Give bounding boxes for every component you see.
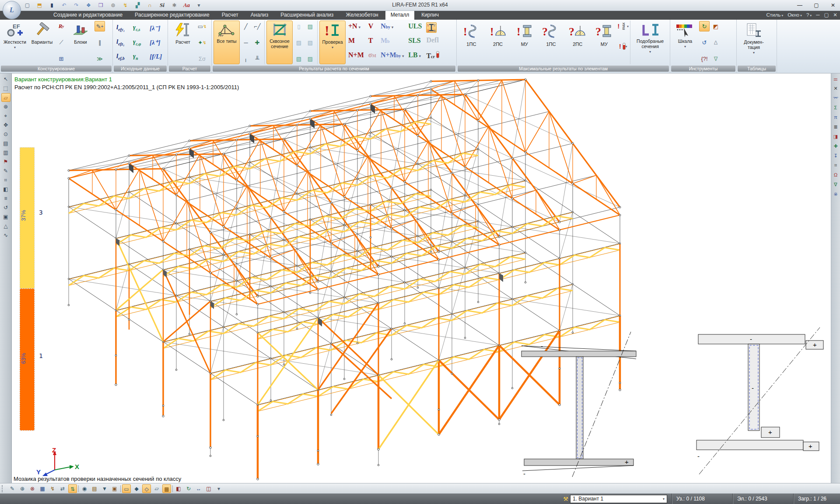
gear-edit-icon[interactable]: ✎ (8, 484, 17, 493)
pan-icon[interactable]: ✥ (1, 121, 10, 129)
add-node-icon[interactable]: ⊕ (1, 102, 10, 111)
query-uls-diagram-button[interactable]: ? 1ПС (538, 21, 564, 64)
effective-length-y-button[interactable]: lefy₁ (115, 24, 131, 32)
ry-coefficient-button[interactable]: Ry (56, 21, 66, 31)
factor-NMby-button[interactable]: N+Mby▾ (381, 51, 404, 63)
window-menu[interactable]: Окно▾ (788, 12, 802, 17)
rotate-icon[interactable]: ↻ (184, 484, 193, 493)
grid-small-icon[interactable]: ⌗ (832, 161, 840, 170)
mesh-icon[interactable]: ▩ (162, 484, 171, 493)
maximize-button[interactable]: ▢ (813, 2, 820, 8)
rotate-view-icon[interactable]: ↺ (1, 203, 10, 212)
factor-plusN-button[interactable]: +N▾ (348, 22, 364, 34)
section-points-button[interactable]: 12 34 (426, 22, 437, 33)
gamma-cphi-button[interactable]: γc,φ (131, 38, 148, 46)
plates-icon[interactable]: ▤ (90, 484, 99, 493)
gamma-cs-button[interactable]: γc,s (131, 24, 148, 32)
app-logo[interactable]: L (3, 1, 21, 19)
check-button[interactable]: ! Проверка▾ (319, 21, 346, 64)
tab-analysis[interactable]: Анализ (245, 10, 274, 20)
factor-V-button[interactable]: V (368, 22, 376, 34)
support-element-button[interactable]: ╨ (252, 53, 262, 64)
sum-stress-button[interactable]: Σσ (197, 53, 207, 64)
plus-small-icon[interactable]: ✚ (832, 142, 840, 150)
box-rotate-icon[interactable]: ◫ (204, 484, 213, 493)
axes-x2-icon[interactable]: ⚌ (832, 74, 840, 83)
help-menu[interactable]: ?▾ (806, 12, 812, 17)
frame-element-button[interactable]: ⌐╱ (252, 21, 262, 31)
beam-icon[interactable]: ▼ (100, 484, 109, 493)
marquee-select-icon[interactable]: ⬚ (1, 84, 10, 93)
transfer-button[interactable]: ≫ (94, 53, 105, 64)
effective-length-z-button[interactable]: lefz₁ (115, 38, 131, 46)
mdi-minimize-icon[interactable]: ─ (816, 12, 819, 17)
factor-M-button[interactable]: M (348, 37, 364, 48)
query-sls-diagram-button[interactable]: ? 2ПС (565, 21, 591, 64)
factor-ULS-button[interactable]: ULS (408, 22, 422, 34)
lattice-diag-1-button[interactable]: ▨ (305, 21, 315, 31)
pendulum-length-button[interactable]: ⟋ (56, 37, 66, 48)
lattice-frame-1-button[interactable]: ▯ (294, 21, 304, 31)
refresh-small-button[interactable]: ↺ (699, 37, 710, 48)
rod-element-button[interactable]: ╱ (241, 21, 251, 31)
max-uls-diagram-button[interactable]: ! 1ПС (458, 21, 484, 64)
node-element-button[interactable]: ✚ (252, 37, 262, 48)
table-icon[interactable]: ▥ (1, 148, 10, 157)
list-icon[interactable]: ▤ (1, 139, 10, 148)
plate-quad-icon[interactable]: ▱ (152, 484, 161, 493)
omega-icon[interactable]: Ω (832, 170, 840, 179)
quarters-refresh-button[interactable]: ◩ (710, 21, 721, 31)
solid-icon[interactable]: ▭ (122, 484, 131, 493)
zoom-icon[interactable]: ⊙ (1, 130, 10, 139)
sum-icon[interactable]: Σ (832, 103, 840, 112)
numbered-grid-icon[interactable]: ▦ (38, 484, 47, 493)
calc-window-button[interactable]: ▭↯ (197, 21, 207, 31)
variants-button[interactable]: Варианты (29, 21, 55, 64)
half-view-icon[interactable]: ◧ (1, 185, 10, 194)
rows-icon[interactable]: ≣ (832, 122, 840, 131)
remove-load-icon[interactable]: ⊗ (28, 484, 37, 493)
calc-selected-button[interactable]: ✦↯ (197, 37, 207, 48)
max-value-button[interactable]: !max▾ (618, 21, 628, 31)
wave-icon[interactable]: ∿ (1, 231, 10, 240)
edit-element-button[interactable]: ✎+ (94, 21, 105, 31)
lattice-diag-2-button[interactable]: ▧ (305, 37, 315, 48)
lattice-diag-3-button[interactable]: ▨ (305, 53, 315, 64)
through-section-button[interactable]: Сквозное сечение (266, 21, 293, 64)
refresh-mosaic-button[interactable]: ↻ (699, 21, 710, 31)
factor-SLS-button[interactable]: SLS (408, 37, 422, 48)
swap-icon[interactable]: ⇄ (58, 484, 67, 493)
factor-Mb-button[interactable]: Mb (381, 37, 404, 48)
prism-icon[interactable]: ◆ (132, 484, 141, 493)
all-types-button[interactable]: Все типы (214, 21, 240, 64)
factor-T-button[interactable]: T (368, 37, 376, 48)
ef-assign-icon[interactable]: ◉ (80, 484, 89, 493)
mosaic-mode-icon[interactable]: ▱ (1, 93, 10, 102)
mdi-close-icon[interactable]: ✕ (833, 12, 837, 18)
quarters-icon[interactable]: ◧ (174, 484, 183, 493)
model-viewport[interactable]: - + - - + - + + - (12, 73, 831, 483)
calculate-button[interactable]: Расчет (170, 21, 196, 64)
grid-icon[interactable]: ⌗ (1, 176, 10, 184)
copy-assign-button[interactable]: ∥ (94, 37, 105, 48)
target-icon[interactable]: ⌖ (1, 111, 10, 120)
pi-icon[interactable]: π (832, 113, 840, 122)
minimize-button[interactable]: — (796, 2, 803, 8)
factor-Tcr-button[interactable]: Tcr (426, 51, 439, 63)
brick-icon[interactable]: ▣ (110, 484, 119, 493)
beam-element-button[interactable]: ─ (241, 37, 251, 48)
balance-button[interactable]: ∆ (710, 37, 721, 48)
stiffness-button[interactable]: EF Жесткости▾ (2, 21, 28, 64)
section-size-button[interactable]: ⊞ (56, 53, 66, 64)
gamma-n-button[interactable]: γn (131, 52, 148, 61)
factor-Defl-button[interactable]: Defl (426, 36, 439, 48)
delete-small-icon[interactable]: ✕ (832, 84, 840, 93)
tab-calculation[interactable]: Расчет (217, 10, 244, 20)
max-mu-beam-button[interactable]: ! МУ (511, 21, 537, 64)
pointer-icon[interactable]: ↖ (1, 75, 10, 83)
column-element-button[interactable]: ╷ (241, 53, 251, 64)
factor-sigmaM-button[interactable]: σM (368, 51, 376, 63)
impulse-icon[interactable]: ↯ (48, 484, 57, 493)
flag-icon[interactable]: ⚑ (1, 157, 10, 166)
toolbar-more-icon[interactable]: ▾ (214, 484, 223, 493)
